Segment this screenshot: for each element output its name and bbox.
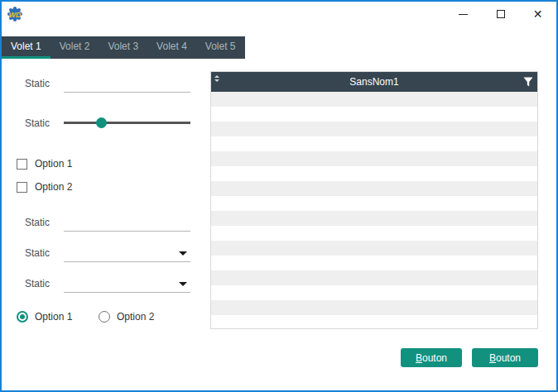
static-label-2: Static — [25, 217, 50, 228]
tab-volet-2[interactable]: Volet 2 — [51, 36, 99, 59]
static-label-combo-1: Static — [25, 247, 50, 259]
table-row[interactable] — [211, 196, 537, 211]
grid-body — [211, 92, 537, 328]
table-row[interactable] — [211, 166, 537, 181]
tab-volet-5[interactable]: Volet 5 — [196, 36, 245, 59]
radio-icon-unselected[interactable] — [99, 311, 110, 323]
table-row[interactable] — [211, 315, 537, 328]
sort-updown-icon[interactable] — [214, 75, 219, 82]
static-label-combo-2: Static — [25, 278, 50, 289]
grid-column-title[interactable]: SansNom1 — [211, 76, 537, 88]
radio-option-2[interactable]: Option 2 — [99, 311, 154, 323]
table-row[interactable] — [211, 181, 537, 196]
tab-bar: Volet 1 Volet 2 Volet 3 Volet 4 Volet 5 — [2, 36, 245, 59]
table-row[interactable] — [211, 107, 537, 122]
table-row[interactable] — [211, 151, 537, 166]
table-row[interactable] — [211, 241, 537, 256]
static-label-slider: Static — [25, 117, 50, 129]
bouton-button-2[interactable]: Bouton — [472, 348, 538, 367]
maximize-button[interactable] — [482, 2, 519, 26]
close-icon: ✕ — [533, 7, 543, 21]
table-row[interactable] — [211, 270, 537, 285]
checkbox-label: Option 1 — [35, 158, 72, 170]
app-window: WD ✕ Volet 1 Volet 2 Volet 3 Volet 4 Vol… — [0, 0, 558, 392]
title-bar: WD ✕ — [2, 2, 556, 26]
slider[interactable] — [64, 117, 190, 129]
bouton-button-1[interactable]: Bouton — [401, 348, 462, 367]
data-grid: SansNom1 — [210, 71, 538, 329]
tab-volet-4[interactable]: Volet 4 — [147, 36, 196, 59]
minimize-icon — [459, 14, 468, 15]
text-input-2[interactable] — [64, 213, 190, 232]
windev-logo-icon: WD — [7, 7, 22, 22]
table-row[interactable] — [211, 92, 537, 107]
checkbox-label: Option 2 — [35, 181, 72, 193]
close-button[interactable]: ✕ — [519, 2, 556, 26]
table-row[interactable] — [211, 122, 537, 136]
table-row[interactable] — [211, 226, 537, 241]
minimize-button[interactable] — [445, 2, 482, 26]
table-row[interactable] — [211, 285, 537, 300]
radio-label: Option 1 — [35, 311, 72, 323]
checkbox-icon[interactable] — [17, 159, 27, 170]
combo-box-2[interactable] — [64, 275, 190, 293]
radio-icon-selected[interactable] — [17, 311, 28, 323]
text-input-1[interactable] — [64, 74, 190, 93]
tab-volet-1[interactable]: Volet 1 — [2, 36, 51, 59]
table-row[interactable] — [211, 256, 537, 270]
static-label-1: Static — [25, 78, 50, 89]
checkbox-icon[interactable] — [17, 182, 27, 193]
maximize-icon — [497, 10, 505, 18]
table-row[interactable] — [211, 300, 537, 315]
radio-option-1[interactable]: Option 1 — [17, 311, 72, 323]
chevron-down-icon[interactable] — [179, 282, 187, 286]
slider-thumb[interactable] — [96, 117, 107, 128]
table-row[interactable] — [211, 136, 537, 151]
filter-funnel-icon[interactable] — [523, 77, 533, 87]
svg-text:WD: WD — [9, 11, 22, 19]
combo-box-1[interactable] — [64, 244, 190, 262]
grid-header[interactable]: SansNom1 — [211, 72, 537, 92]
radio-label: Option 2 — [117, 311, 154, 323]
chevron-down-icon[interactable] — [179, 251, 187, 256]
tab-volet-3[interactable]: Volet 3 — [99, 36, 147, 59]
table-row[interactable] — [211, 211, 537, 226]
checkbox-option-1[interactable]: Option 1 — [17, 158, 72, 170]
checkbox-option-2[interactable]: Option 2 — [17, 181, 72, 193]
slider-track[interactable] — [64, 122, 190, 124]
